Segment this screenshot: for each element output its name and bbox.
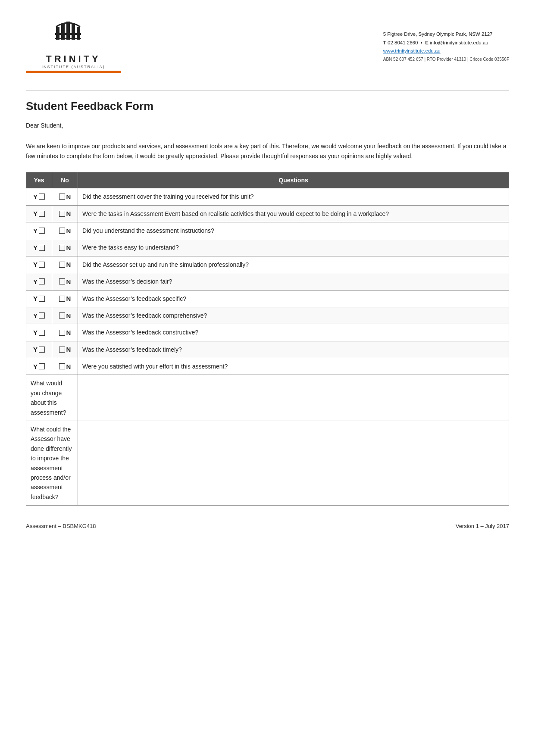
question-cell: Were the tasks easy to understand? [78,239,509,256]
y-label: Y [33,261,38,268]
question-text: Was the Assessor’s feedback constructive… [82,329,198,336]
n-label: N [66,363,71,370]
col-header-no: No [52,172,78,188]
y-label: Y [33,193,38,200]
yes-cell[interactable]: Y [26,273,52,290]
address-line: 5 Figtree Drive, Sydney Olympic Park, NS… [383,30,509,39]
question-cell: Did you understand the assessment instru… [78,222,509,239]
n-label: N [66,346,71,353]
table-row: Y N Did the assessment cover the trainin… [26,188,509,205]
y-label: Y [33,278,38,285]
y-label: Y [33,312,38,319]
yes-checkbox[interactable] [39,228,45,234]
yes-cell[interactable]: Y [26,188,52,205]
open-q-answer[interactable] [78,375,509,421]
n-label: N [66,312,71,319]
question-text: Was the Assessor’s decision fair? [82,278,172,285]
yes-checkbox[interactable] [39,363,45,369]
abn-line: ABN 52 607 452 657 | RTO Provider 41310 … [383,56,509,63]
logo-subtitle: INSTITUTE (AUSTRALIA) [41,65,105,69]
table-row: Y N Did you understand the assessment in… [26,222,509,239]
yes-cell[interactable]: Y [26,358,52,375]
no-cell[interactable]: N [52,205,78,222]
y-label: Y [33,329,38,336]
question-text: Was the Assessor’s feedback specific? [82,295,186,302]
no-cell[interactable]: N [52,188,78,205]
trinity-logo-svg [39,17,108,52]
no-checkbox[interactable] [59,228,65,234]
logo-bar [26,71,121,73]
svg-rect-3 [72,24,75,40]
yes-checkbox[interactable] [39,262,45,268]
y-label: Y [33,227,38,234]
table-row: Y N Was the Assessor’s decision fair? [26,273,509,290]
yes-checkbox[interactable] [39,194,45,200]
yes-checkbox[interactable] [39,296,45,302]
footer-right: Version 1 – July 2017 [456,523,509,529]
question-text: Did the assessment cover the training yo… [82,193,254,200]
no-checkbox[interactable] [59,312,65,319]
no-checkbox[interactable] [59,278,65,284]
no-cell[interactable]: N [52,222,78,239]
table-row: Y N Were you satisfied with your effort … [26,358,509,375]
page-footer: Assessment – BSBMKG418 Version 1 – July … [26,523,509,529]
dear-student: Dear Student, [26,121,509,131]
no-cell[interactable]: N [52,324,78,341]
yes-cell[interactable]: Y [26,256,52,273]
no-cell[interactable]: N [52,290,78,307]
question-text: Did you understand the assessment instru… [82,227,214,234]
n-label: N [66,261,71,268]
no-checkbox[interactable] [59,262,65,268]
intro-body: We are keen to improve our products and … [26,141,509,162]
yes-cell[interactable]: Y [26,307,52,324]
no-checkbox[interactable] [59,330,65,336]
yes-checkbox[interactable] [39,278,45,284]
n-label: N [66,227,71,234]
table-row: Y N Were the tasks in Assessment Event b… [26,205,509,222]
yes-checkbox[interactable] [39,330,45,336]
open-q-answer[interactable] [78,421,509,506]
no-cell[interactable]: N [52,341,78,358]
no-checkbox[interactable] [59,245,65,251]
yes-checkbox[interactable] [39,312,45,319]
y-label: Y [33,244,38,251]
open-question-row: What would you change about this assessm… [26,375,509,421]
no-checkbox[interactable] [59,194,65,200]
no-checkbox[interactable] [59,347,65,353]
yes-cell[interactable]: Y [26,205,52,222]
svg-rect-6 [55,38,81,39]
svg-rect-2 [66,22,70,40]
no-cell[interactable]: N [52,358,78,375]
feedback-table: Yes No Questions Y N Did the assessment … [26,172,509,506]
col-header-yes: Yes [26,172,52,188]
yes-cell[interactable]: Y [26,239,52,256]
yes-cell[interactable]: Y [26,222,52,239]
n-label: N [66,278,71,285]
no-cell[interactable]: N [52,239,78,256]
yes-cell[interactable]: Y [26,290,52,307]
no-cell[interactable]: N [52,307,78,324]
question-text: Was the Assessor’s feedback comprehensiv… [82,312,207,319]
intro-text: Dear Student, We are keen to improve our… [26,121,509,162]
table-header-row: Yes No Questions [26,172,509,188]
yes-checkbox[interactable] [39,347,45,353]
no-cell[interactable]: N [52,273,78,290]
svg-rect-1 [61,24,65,40]
yes-checkbox[interactable] [39,211,45,217]
y-label: Y [33,363,38,370]
n-label: N [66,295,71,302]
svg-rect-5 [55,33,81,35]
no-checkbox[interactable] [59,363,65,369]
open-q-label: What would you change about this assessm… [26,375,78,421]
question-text: Were you satisfied with your effort in t… [82,363,228,370]
no-checkbox[interactable] [59,296,65,302]
question-text: Was the Assessor’s feedback timely? [82,346,182,353]
no-checkbox[interactable] [59,211,65,217]
no-cell[interactable]: N [52,256,78,273]
yes-checkbox[interactable] [39,245,45,251]
n-label: N [66,193,71,200]
question-cell: Was the Assessor’s feedback constructive… [78,324,509,341]
yes-cell[interactable]: Y [26,324,52,341]
yes-cell[interactable]: Y [26,341,52,358]
table-row: Y N Was the Assessor’s feedback comprehe… [26,307,509,324]
